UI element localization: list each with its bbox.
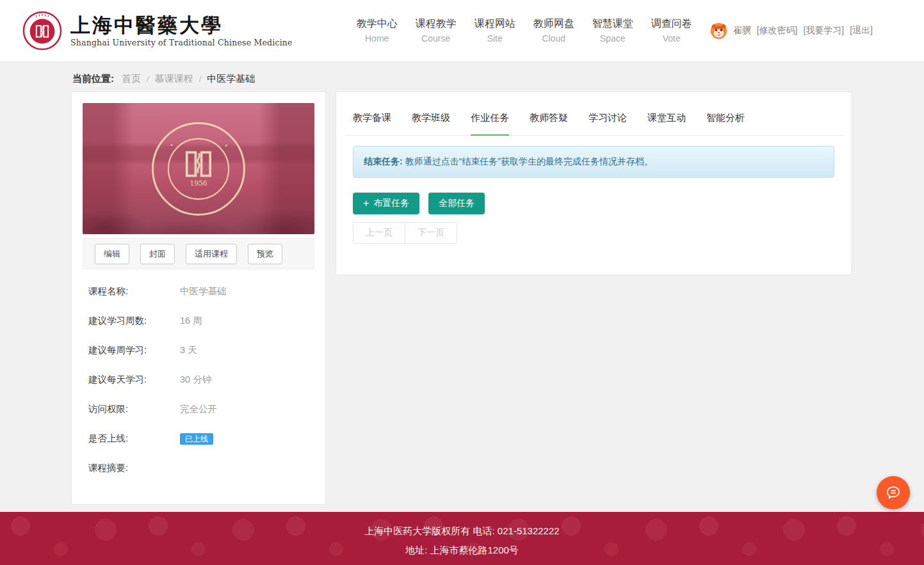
main-content: 1956 ✦ ✦ 编辑 封面 适用课程 预览 课程名称: 中医学基础 建议学习周… [71,92,852,505]
assign-task-button[interactable]: + 布置任务 [353,193,419,214]
breadcrumb-separator: / [147,74,149,84]
nav-label-zh: 课程教学 [416,17,457,31]
tab-classes[interactable]: 教学班级 [412,112,450,136]
nav-label-zh: 调查问卷 [651,17,692,31]
detail-label: 建议每周学习: [88,344,180,356]
course-info-card: 1956 ✦ ✦ 编辑 封面 适用课程 预览 课程名称: 中医学基础 建议学习周… [71,92,326,505]
task-buttons: + 布置任务 全部任务 [353,193,834,214]
task-tabs: 教学备课 教学班级 作业任务 教师答疑 学习讨论 课堂互动 智能分析 [344,92,843,136]
breadcrumb-label: 当前位置: [72,73,114,85]
nav-label-en: Course [416,32,457,45]
all-tasks-button[interactable]: 全部任务 [428,193,485,214]
course-cover-image: 1956 ✦ ✦ [83,103,314,234]
nav-label-en: Home [357,32,398,45]
course-details: 课程名称: 中医学基础 建议学习周数: 16 周 建议每周学习: 3 天 建议每… [83,269,314,474]
svg-text:✦: ✦ [169,142,175,148]
detail-row-online: 是否上线: 已上线 [88,433,309,445]
tab-homework[interactable]: 作业任务 [471,112,509,136]
end-task-alert: 结束任务:教师通过点击“结束任务”获取学生的最终完成任务情况并存档。 [353,146,834,178]
detail-label: 课程名称: [88,285,180,298]
cover-button[interactable]: 封面 [140,244,175,264]
breadcrumb-mooc[interactable]: 慕课课程 [155,73,193,85]
change-password-link[interactable]: [修改密码] [757,25,798,36]
user-name: 崔骥 [733,25,751,36]
svg-text:✦: ✦ [223,142,229,148]
cover-action-bar: 编辑 封面 适用课程 预览 [83,238,314,269]
nav-label-zh: 智慧课堂 [592,17,633,31]
tiger-avatar [710,22,727,40]
detail-label: 课程摘要: [88,462,180,474]
footer-copyright: 上海中医药大学版权所有 电话: 021-51322222 [0,521,924,541]
footer-address: 地址: 上海市蔡伦路1200号 [0,541,924,560]
breadcrumb-home[interactable]: 首页 [122,73,141,85]
task-panel: 教学备课 教学班级 作业任务 教师答疑 学习讨论 课堂互动 智能分析 结束任务:… [336,92,852,275]
main-nav: 教学中心 Home 课程教学 Course 课程网站 Site 教师网盘 Clo… [357,17,692,45]
detail-row-name: 课程名称: 中医学基础 [88,285,309,298]
detail-value: 完全公开 [180,403,217,415]
online-status-badge: 已上线 [180,433,213,445]
logout-link[interactable]: [退出] [850,25,873,36]
nav-item-home[interactable]: 教学中心 Home [357,17,398,45]
detail-value: 3 天 [180,344,197,356]
tab-prepare[interactable]: 教学备课 [353,112,391,136]
nav-label-zh: 教学中心 [357,17,398,31]
learn-link[interactable]: [我要学习] [803,25,844,36]
chat-fab-button[interactable] [877,476,910,509]
seal-year: 1956 [190,179,207,187]
university-title-zh: 上海中醫藥大學 [70,14,293,36]
prev-page-button[interactable]: 上一页 [353,222,405,244]
detail-value: 30 分钟 [180,374,211,386]
plus-icon: + [363,198,369,209]
edit-button[interactable]: 编辑 [95,244,129,264]
breadcrumb-separator: / [199,74,202,84]
nav-label-en: Cloud [533,32,574,45]
tab-discussion[interactable]: 学习讨论 [588,112,627,136]
detail-row-summary: 课程摘要: [88,462,309,474]
preview-button[interactable]: 预览 [248,244,282,264]
detail-row-weeks: 建议学习周数: 16 周 [88,315,309,327]
course-cover-seal-icon: 1956 ✦ ✦ [150,120,247,218]
alert-bold-label: 结束任务: [364,156,403,166]
university-title-en: Shanghai University of Traditional Chine… [70,38,293,47]
detail-label: 是否上线: [88,433,180,445]
breadcrumb-current: 中医学基础 [207,73,255,85]
nav-label-zh: 教师网盘 [533,17,574,31]
nav-label-en: Space [592,32,633,45]
nav-label-en: Site [474,32,515,45]
tab-interaction[interactable]: 课堂互动 [647,112,686,136]
university-seal-icon [22,11,62,51]
chat-bubble-icon [884,483,903,502]
nav-item-cloud[interactable]: 教师网盘 Cloud [533,17,574,45]
all-tasks-label: 全部任务 [439,198,474,209]
assign-task-label: 布置任务 [373,198,409,209]
breadcrumb: 当前位置: 首页 / 慕课课程 / 中医学基础 [72,62,852,85]
nav-item-space[interactable]: 智慧课堂 Space [592,17,633,45]
detail-value: 中医学基础 [180,285,227,298]
tab-analysis[interactable]: 智能分析 [706,112,745,136]
pagination: 上一页 下一页 [353,222,457,244]
next-page-button[interactable]: 下一页 [405,222,457,244]
footer: 上海中医药大学版权所有 电话: 021-51322222 地址: 上海市蔡伦路1… [0,512,924,565]
header: 上海中醫藥大學 Shanghai University of Tradition… [0,0,924,62]
user-box: 崔骥 [修改密码] [我要学习] [退出] [710,22,873,40]
detail-label: 访问权限: [88,403,180,415]
detail-value: 16 周 [180,315,202,327]
nav-item-course[interactable]: 课程教学 Course [416,17,457,45]
nav-item-site[interactable]: 课程网站 Site [474,17,515,45]
apply-course-button[interactable]: 适用课程 [186,244,237,264]
detail-label: 建议学习周数: [88,315,180,327]
detail-row-access: 访问权限: 完全公开 [88,403,309,415]
detail-row-minutes: 建议每天学习: 30 分钟 [88,374,309,386]
tab-qa[interactable]: 教师答疑 [530,112,568,136]
nav-label-zh: 课程网站 [474,17,515,31]
detail-row-days: 建议每周学习: 3 天 [88,344,309,356]
detail-label: 建议每天学习: [88,374,180,386]
university-logo[interactable]: 上海中醫藥大學 Shanghai University of Tradition… [22,11,293,51]
nav-item-vote[interactable]: 调查问卷 Vote [651,17,692,45]
nav-label-en: Vote [651,32,692,45]
alert-text: 教师通过点击“结束任务”获取学生的最终完成任务情况并存档。 [405,156,653,166]
